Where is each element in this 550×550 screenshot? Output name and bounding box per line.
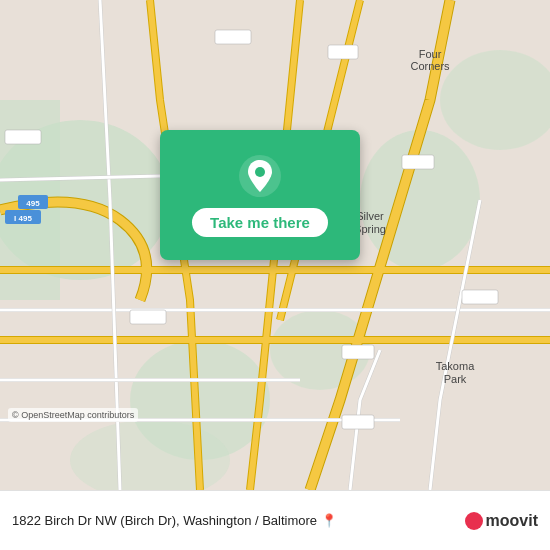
svg-point-35: [255, 167, 265, 177]
svg-text:US 29: US 29: [407, 159, 430, 168]
svg-text:US 29: US 29: [347, 419, 370, 428]
take-me-there-button[interactable]: Take me there: [192, 208, 328, 237]
svg-text:Corners: Corners: [410, 60, 450, 72]
bottom-bar: 1822 Birch Dr NW (Birch Dr), Washington …: [0, 490, 550, 550]
svg-text:Takoma: Takoma: [436, 360, 475, 372]
pin-emoji: 📍: [321, 513, 337, 528]
moovit-logo-dot: [465, 512, 483, 530]
svg-text:I 495: I 495: [14, 214, 32, 223]
moovit-logo-text: moovit: [486, 512, 538, 530]
svg-text:Four: Four: [419, 48, 442, 60]
svg-text:MD 320: MD 320: [466, 294, 495, 303]
moovit-logo: moovit: [465, 512, 538, 530]
svg-text:MD 186: MD 186: [134, 314, 163, 323]
svg-text:MD 192: MD 192: [219, 34, 248, 43]
svg-text:Park: Park: [444, 373, 467, 385]
svg-text:MD 97: MD 97: [331, 49, 355, 58]
map-attribution: © OpenStreetMap contributors: [8, 408, 138, 422]
map-container: 495 I 495 MD 192 MD 185 MD 97 US 29 US 2…: [0, 0, 550, 490]
location-pin-icon: [238, 154, 282, 198]
svg-text:495: 495: [26, 199, 40, 208]
svg-text:US 29: US 29: [347, 349, 370, 358]
navigation-card: Take me there: [160, 130, 360, 260]
svg-text:MD 185: MD 185: [9, 134, 38, 143]
address-text: 1822 Birch Dr NW (Birch Dr), Washington …: [12, 513, 459, 528]
svg-text:Silver: Silver: [356, 210, 384, 222]
